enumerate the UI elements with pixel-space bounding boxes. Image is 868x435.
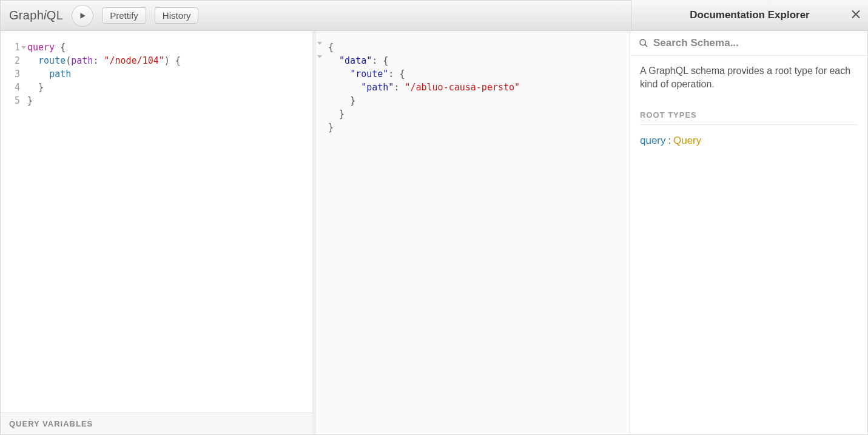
doc-header: Documentation Explorer: [631, 0, 868, 30]
svg-line-1: [645, 44, 647, 47]
close-docs-button[interactable]: [851, 8, 861, 22]
root-type-name: Query: [673, 135, 701, 146]
fold-toggle-icon[interactable]: [317, 55, 322, 58]
result-fold-gutter: [317, 42, 323, 135]
app-logo: GraphiQL: [9, 8, 63, 22]
doc-section-label: ROOT TYPES: [640, 110, 858, 125]
query-code[interactable]: query { route(path: "/node/104") { path …: [27, 41, 312, 413]
doc-description: A GraphQL schema provides a root type fo…: [640, 64, 858, 92]
line-number: 1: [1, 41, 27, 54]
doc-search-row: [630, 31, 867, 56]
line-number: 3: [1, 67, 27, 81]
logo-part-right: QL: [47, 8, 63, 22]
search-icon: [639, 38, 648, 48]
history-button[interactable]: History: [155, 7, 199, 24]
result-pane: { "data": { "route": { "path": "/abluo-c…: [316, 31, 630, 434]
root-field-name: query: [640, 135, 666, 146]
play-icon: [78, 12, 87, 20]
schema-search-input[interactable]: [653, 37, 859, 49]
fold-toggle-icon[interactable]: [317, 42, 322, 45]
doc-title: Documentation Explorer: [690, 9, 809, 21]
line-number: 5: [1, 94, 27, 107]
query-editor[interactable]: 12345 query { route(path: "/node/104") {…: [1, 31, 312, 413]
root-type-row[interactable]: query:Query: [640, 133, 858, 148]
line-number: 4: [1, 81, 27, 94]
close-icon: [851, 10, 861, 19]
query-editor-pane: 12345 query { route(path: "/node/104") {…: [1, 31, 316, 434]
line-number-gutter: 12345: [1, 41, 27, 413]
query-variables-header[interactable]: QUERY VARIABLES: [1, 413, 312, 434]
logo-part-left: Graph: [9, 8, 44, 22]
prettify-button[interactable]: Prettify: [102, 7, 146, 24]
query-variables-label: QUERY VARIABLES: [9, 419, 93, 428]
svg-point-0: [640, 39, 645, 45]
result-code: { "data": { "route": { "path": "/abluo-c…: [320, 41, 624, 134]
line-number: 2: [1, 54, 27, 67]
run-query-button[interactable]: [72, 5, 93, 27]
documentation-pane: A GraphQL schema provides a root type fo…: [630, 31, 867, 434]
